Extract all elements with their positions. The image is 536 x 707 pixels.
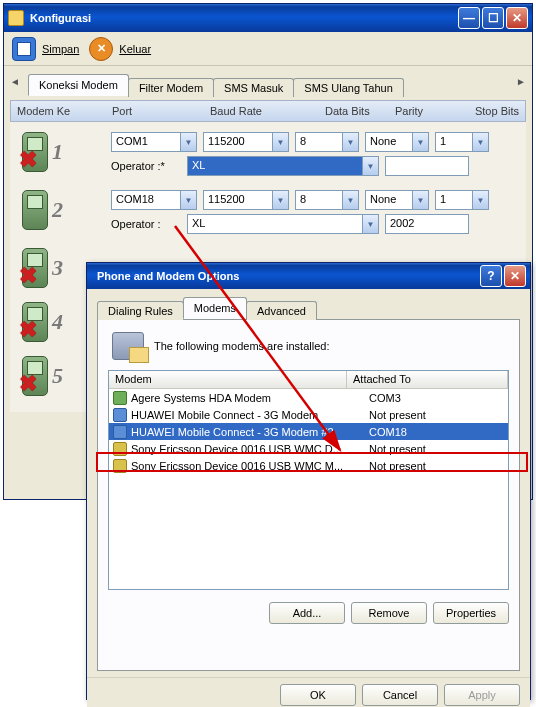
phone-modem-options-dialog: Phone and Modem Options ? ✕ Dialing Rule… [86,262,531,700]
main-titlebar[interactable]: Konfigurasi — ☐ ✕ [4,4,532,32]
save-button[interactable]: Simpan [12,37,79,61]
modem-icon [113,425,127,439]
dialog-close-button[interactable]: ✕ [504,265,526,287]
tab-sms-ulang-tahun[interactable]: SMS Ulang Tahun [293,78,403,97]
column-header-row: Modem Ke Port Baud Rate Data Bits Parity… [10,100,526,122]
modem-index: 5 [52,363,63,389]
ok-button[interactable]: OK [280,684,356,706]
dialog-footer: OK Cancel Apply [87,677,530,707]
chevron-down-icon: ▼ [362,157,378,175]
operator-combo[interactable]: XL▼ [187,156,379,176]
port-combo[interactable]: COM1▼ [111,132,197,152]
baud-combo[interactable]: 115200▼ [203,132,289,152]
operator-extra-input[interactable]: 2002 [385,214,469,234]
main-title: Konfigurasi [30,12,458,24]
chevron-down-icon: ▼ [272,191,288,209]
list-col-modem[interactable]: Modem [109,371,347,388]
exit-label: Keluar [119,43,151,55]
modem-list[interactable]: Modem Attached To Agere Systems HDA Mode… [108,370,509,590]
tab-koneksi-modem[interactable]: Koneksi Modem [28,74,129,96]
dialog-titlebar[interactable]: Phone and Modem Options ? ✕ [87,263,530,289]
chevron-down-icon: ▼ [342,191,358,209]
phone-icon [22,132,48,172]
maximize-button[interactable]: ☐ [482,7,504,29]
phone-icon [22,356,48,396]
operator-extra-input[interactable] [385,156,469,176]
save-label: Simpan [42,43,79,55]
chevron-down-icon: ▼ [180,133,196,151]
tab-advanced[interactable]: Advanced [246,301,317,320]
minimize-button[interactable]: — [458,7,480,29]
col-modem: Modem Ke [11,105,106,117]
col-parity: Parity [389,105,454,117]
cancel-button[interactable]: Cancel [362,684,438,706]
chevron-down-icon: ▼ [342,133,358,151]
remove-button[interactable]: Remove [351,602,427,624]
properties-button[interactable]: Properties [433,602,509,624]
list-item[interactable]: HUAWEI Mobile Connect - 3G Modem Not pre… [109,406,508,423]
list-item[interactable]: Sony Ericsson Device 0016 USB WMC M... N… [109,457,508,474]
operator-combo[interactable]: XL▼ [187,214,379,234]
main-toolbar: Simpan ✕ Keluar [4,32,532,66]
modem-icon [113,391,127,405]
close-button[interactable]: ✕ [506,7,528,29]
list-item-selected[interactable]: HUAWEI Mobile Connect - 3G Modem #2 COM1… [109,423,508,440]
parity-combo[interactable]: None▼ [365,132,429,152]
col-baud: Baud Rate [204,105,319,117]
modem-icon [113,442,127,456]
operator-label: Operator : [111,218,181,230]
main-tabs: Koneksi Modem Filter Modem SMS Masuk SMS… [4,66,532,96]
stopbits-combo[interactable]: 1▼ [435,132,489,152]
tab-filter-modem[interactable]: Filter Modem [128,78,214,97]
stopbits-combo[interactable]: 1▼ [435,190,489,210]
list-col-attached[interactable]: Attached To [347,371,508,388]
modem-index: 2 [52,197,63,223]
dialog-title: Phone and Modem Options [91,270,480,282]
chevron-down-icon: ▼ [472,133,488,151]
tab-modems[interactable]: Modems [183,297,247,319]
apply-button[interactable]: Apply [444,684,520,706]
list-header: Modem Attached To [109,371,508,389]
tab-sms-masuk[interactable]: SMS Masuk [213,78,294,97]
col-stop: Stop Bits [454,105,525,117]
baud-combo[interactable]: 115200▼ [203,190,289,210]
col-port: Port [106,105,204,117]
chevron-down-icon: ▼ [272,133,288,151]
list-item[interactable]: Agere Systems HDA Modem COM3 [109,389,508,406]
databits-combo[interactable]: 8▼ [295,190,359,210]
port-combo[interactable]: COM18▼ [111,190,197,210]
exit-icon: ✕ [89,37,113,61]
modem-row-1: 1 COM1▼ 115200▼ 8▼ None▼ 1▼ Operator :* … [16,128,520,186]
col-data: Data Bits [319,105,389,117]
phone-icon [22,302,48,342]
operator-label: Operator :* [111,160,181,172]
chevron-down-icon: ▼ [412,191,428,209]
chevron-down-icon: ▼ [412,133,428,151]
chevron-down-icon: ▼ [472,191,488,209]
modem-index: 3 [52,255,63,281]
save-icon [12,37,36,61]
databits-combo[interactable]: 8▼ [295,132,359,152]
add-button[interactable]: Add... [269,602,345,624]
exit-button[interactable]: ✕ Keluar [89,37,151,61]
modem-icon [113,459,127,473]
modem-row-2: 2 COM18▼ 115200▼ 8▼ None▼ 1▼ Operator : … [16,186,520,244]
modems-icon [112,332,144,360]
modem-index: 4 [52,309,63,335]
dialog-intro-text: The following modems are installed: [154,340,329,352]
dialog-body: Dialing Rules Modems Advanced The follow… [87,289,530,677]
phone-icon [22,190,48,230]
parity-combo[interactable]: None▼ [365,190,429,210]
modem-icon [113,408,127,422]
chevron-down-icon: ▼ [362,215,378,233]
help-button[interactable]: ? [480,265,502,287]
dialog-panel: The following modems are installed: Mode… [97,319,520,671]
app-icon [8,10,24,26]
list-item[interactable]: Sony Ericsson Device 0016 USB WMC D... N… [109,440,508,457]
dialog-tabs: Dialing Rules Modems Advanced [97,297,520,319]
chevron-down-icon: ▼ [180,191,196,209]
phone-icon [22,248,48,288]
tab-dialing-rules[interactable]: Dialing Rules [97,301,184,320]
modem-index: 1 [52,139,63,165]
